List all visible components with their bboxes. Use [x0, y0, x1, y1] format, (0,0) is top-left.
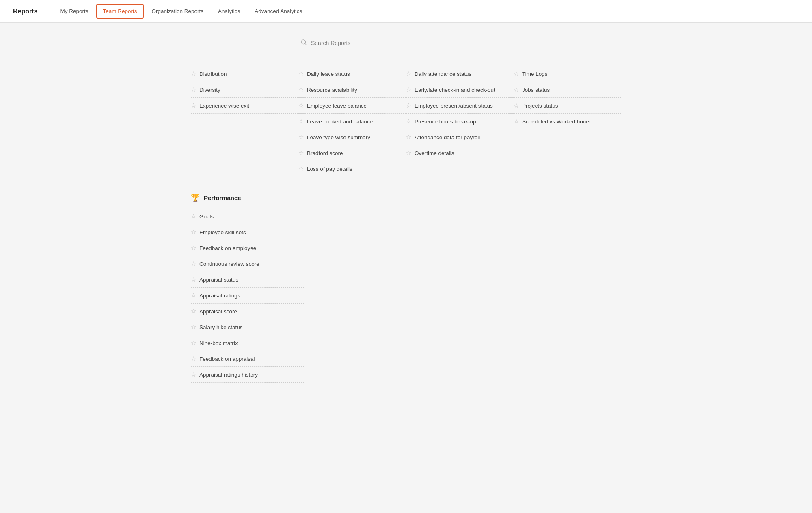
report-label: Attendance data for payroll	[415, 134, 480, 140]
col-4: ☆ Time Logs ☆ Jobs status ☆ Projects sta…	[514, 66, 621, 177]
list-item[interactable]: ☆ Employee leave balance	[298, 98, 406, 114]
report-label: Diversity	[199, 87, 220, 93]
report-label: Feedback on employee	[199, 245, 256, 251]
star-icon: ☆	[406, 70, 411, 78]
report-label: Time Logs	[522, 71, 548, 77]
star-icon: ☆	[191, 70, 196, 78]
col-3: ☆ Daily attendance status ☆ Early/late c…	[406, 66, 514, 177]
report-label: Continuous review score	[199, 261, 259, 267]
report-label: Daily leave status	[307, 71, 350, 77]
report-label: Scheduled vs Worked hours	[522, 119, 591, 125]
report-label: Employee skill sets	[199, 229, 246, 235]
list-item[interactable]: ☆ Daily leave status	[298, 66, 406, 82]
list-item[interactable]: ☆ Appraisal ratings history	[191, 367, 304, 383]
tab-analytics[interactable]: Analytics	[212, 4, 246, 19]
list-item[interactable]: ☆ Appraisal score	[191, 304, 304, 319]
list-item[interactable]: ☆ Loss of pay details	[298, 161, 406, 177]
list-item[interactable]: ☆ Appraisal ratings	[191, 288, 304, 304]
report-label: Nine-box matrix	[199, 340, 238, 346]
report-label: Goals	[199, 213, 214, 220]
svg-line-1	[305, 43, 306, 45]
list-item[interactable]: ☆ Employee present/absent status	[406, 98, 514, 114]
report-label: Jobs status	[522, 87, 550, 93]
list-item[interactable]: ☆ Bradford score	[298, 145, 406, 161]
list-item[interactable]: ☆ Leave type wise summary	[298, 129, 406, 145]
list-item[interactable]: ☆ Overtime details	[406, 145, 514, 161]
report-label: Overtime details	[415, 150, 454, 156]
tab-org-reports[interactable]: Organization Reports	[145, 4, 210, 19]
star-icon: ☆	[191, 292, 196, 299]
report-label: Appraisal ratings history	[199, 372, 258, 378]
list-item[interactable]: ☆ Salary hike status	[191, 319, 304, 335]
list-item[interactable]: ☆ Scheduled vs Worked hours	[514, 114, 621, 129]
list-item[interactable]: ☆ Jobs status	[514, 82, 621, 98]
list-item[interactable]: ☆ Diversity	[191, 82, 298, 98]
list-item[interactable]: ☆ Leave booked and balance	[298, 114, 406, 129]
star-icon: ☆	[298, 165, 304, 172]
trophy-icon: 🏆	[191, 193, 200, 202]
list-item[interactable]: ☆ Continuous review score	[191, 256, 304, 272]
performance-section-title: Performance	[204, 194, 241, 201]
list-item[interactable]: ☆ Feedback on appraisal	[191, 351, 304, 367]
list-item[interactable]: ☆ Daily attendance status	[406, 66, 514, 82]
tab-advanced-analytics[interactable]: Advanced Analytics	[248, 4, 309, 19]
star-icon: ☆	[406, 134, 411, 141]
star-icon: ☆	[191, 102, 196, 109]
list-item[interactable]: ☆ Presence hours break-up	[406, 114, 514, 129]
report-label: Experience wise exit	[199, 103, 249, 109]
star-icon: ☆	[191, 323, 196, 331]
list-item[interactable]: ☆ Experience wise exit	[191, 98, 298, 114]
star-icon: ☆	[514, 102, 519, 109]
report-label: Resource availability	[307, 87, 357, 93]
tab-my-reports[interactable]: My Reports	[54, 4, 95, 19]
search-container	[191, 39, 621, 50]
search-input[interactable]	[311, 40, 512, 46]
report-label: Appraisal ratings	[199, 293, 240, 299]
star-icon: ☆	[191, 355, 196, 362]
list-item[interactable]: ☆ Early/late check-in and check-out	[406, 82, 514, 98]
col-2: ☆ Daily leave status ☆ Resource availabi…	[298, 66, 406, 177]
report-label: Distribution	[199, 71, 227, 77]
list-item[interactable]: ☆ Goals	[191, 209, 304, 224]
report-label: Daily attendance status	[415, 71, 471, 77]
star-icon: ☆	[191, 339, 196, 347]
report-label: Projects status	[522, 103, 558, 109]
report-label: Presence hours break-up	[415, 119, 476, 125]
star-icon: ☆	[191, 308, 196, 315]
report-label: Leave type wise summary	[307, 134, 370, 140]
tab-team-reports[interactable]: Team Reports	[96, 4, 143, 19]
list-item[interactable]: ☆ Feedback on employee	[191, 240, 304, 256]
main-content: ☆ Distribution ☆ Diversity ☆ Experience …	[183, 23, 629, 407]
star-icon: ☆	[191, 260, 196, 267]
star-icon: ☆	[191, 213, 196, 220]
star-icon: ☆	[298, 70, 304, 78]
star-icon: ☆	[406, 86, 411, 93]
list-item[interactable]: ☆ Employee skill sets	[191, 224, 304, 240]
list-item[interactable]: ☆ Appraisal status	[191, 272, 304, 288]
star-icon: ☆	[191, 86, 196, 93]
star-icon: ☆	[406, 102, 411, 109]
star-icon: ☆	[298, 118, 304, 125]
star-icon: ☆	[191, 244, 196, 252]
star-icon: ☆	[514, 118, 519, 125]
report-label: Appraisal status	[199, 277, 238, 283]
list-item[interactable]: ☆ Projects status	[514, 98, 621, 114]
list-item[interactable]: ☆ Time Logs	[514, 66, 621, 82]
performance-section-header: 🏆 Performance	[191, 193, 621, 202]
star-icon: ☆	[298, 149, 304, 157]
star-icon: ☆	[191, 276, 196, 283]
list-item[interactable]: ☆ Nine-box matrix	[191, 335, 304, 351]
search-box	[300, 39, 512, 50]
report-label: Salary hike status	[199, 324, 243, 330]
report-label: Employee present/absent status	[415, 103, 493, 109]
report-label: Leave booked and balance	[307, 119, 373, 125]
star-icon: ☆	[298, 102, 304, 109]
list-item[interactable]: ☆ Distribution	[191, 66, 298, 82]
list-item[interactable]: ☆ Resource availability	[298, 82, 406, 98]
report-label: Feedback on appraisal	[199, 356, 255, 362]
report-label: Employee leave balance	[307, 103, 367, 109]
list-item[interactable]: ☆ Attendance data for payroll	[406, 129, 514, 145]
star-icon: ☆	[191, 228, 196, 236]
star-icon: ☆	[298, 134, 304, 141]
star-icon: ☆	[406, 118, 411, 125]
